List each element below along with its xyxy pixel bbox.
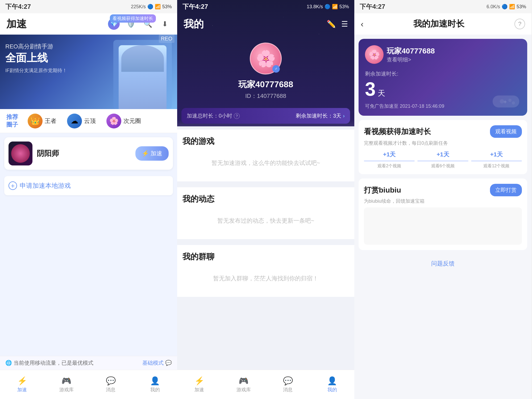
tab-ciyuan-label: 次元圈 — [123, 117, 141, 125]
detail-link[interactable]: 查看明细> — [387, 56, 435, 63]
banner: REO高分剧情手游 全面上线 IF剧情分支满足原作党期待！ REO — [0, 35, 177, 109]
task-label-3: 观看12个视频 — [483, 163, 509, 169]
speed-nav-label-2: 加速 — [194, 386, 204, 393]
speed-remain-label: 剩余加速时长：3天 — [296, 112, 341, 119]
speed-button[interactable]: ⚡ 加速 — [135, 146, 169, 161]
watch-desc: 完整观看视频才计数，每日0点刷新任务 — [364, 140, 522, 146]
battery-2: 53% — [339, 4, 349, 10]
gamelibrary-nav-icon: 🎮 — [61, 376, 71, 385]
panel-speed-duration: 下午4:27 6.0K/s 🔵 📶 53% ‹ 我的加速时长 ? 🌸 玩家407… — [354, 0, 531, 399]
panel1-title: 加速 — [6, 17, 27, 31]
user-card-name: 玩家40777688 — [387, 46, 435, 56]
game-card-yinyangshi: 阴阳师 ⚡ 加速 — [4, 137, 173, 170]
signal-icon-2: 📶 — [332, 4, 338, 10]
reward-button[interactable]: 立即打赏 — [490, 184, 522, 196]
user-card-name-group: 玩家40777688 查看明细> — [387, 46, 435, 63]
messages-nav-icon-2: 💬 — [283, 376, 293, 385]
speed-total-label: 加速总时长：0小时 — [187, 112, 232, 119]
nav2-gamelibrary[interactable]: 🎮 游戏库 — [222, 376, 266, 393]
remaining-unit: 天 — [378, 88, 385, 98]
anime-hair — [121, 45, 164, 72]
gender-badge: ♂ — [272, 65, 280, 73]
status-time-3: 下午4:27 — [360, 2, 385, 11]
nav-gamelibrary[interactable]: 🎮 游戏库 — [44, 376, 89, 393]
arrow-icon: › — [343, 113, 345, 119]
my-feed-empty: 暂无发布过的动态，快去更新一条吧~ — [182, 209, 349, 233]
panel3-scroll: 🌸 玩家40777688 查看明细> 剩余加速时长: 3 天 可免广告加速至 2… — [354, 35, 531, 399]
speed-info-bar[interactable]: 加速总时长：0小时 ? 剩余加速时长：3天 › — [181, 108, 350, 124]
my-groups-section: 我的群聊 暂无加入群聊，茫茫人海找到你的归宿！ — [177, 245, 354, 297]
watch-video-section: 看视频获得加速时长 观看视频 完整观看视频才计数，每日0点刷新任务 +1天 观看… — [359, 120, 527, 174]
gamelibrary-nav-icon-2: 🎮 — [239, 376, 248, 385]
apply-local-game[interactable]: ＋ 申请加速本地游戏 — [4, 176, 173, 195]
profile-section: 🌸 ♂ 玩家40777688 ID：140777688 — [177, 35, 354, 105]
help-button[interactable]: ? — [514, 19, 525, 29]
banner-sub: REO高分剧情手游 — [5, 43, 67, 51]
my-groups-title: 我的群聊 — [182, 251, 349, 262]
task-bar-3 — [471, 160, 522, 162]
status-time-2: 下午4:27 — [182, 2, 208, 11]
reward-section: 打赏biubiu 立即打赏 为biubiu续命，回馈加速宝箱 — [359, 178, 527, 250]
panel2-header-icons: ✏️ ☰ — [327, 20, 348, 28]
gamepad-icon — [490, 90, 522, 111]
ciyuan-icon: 🌸 — [106, 114, 121, 128]
nav2-messages[interactable]: 💬 消息 — [266, 376, 310, 393]
speed-indicator-3: 6.0K/s — [487, 4, 500, 10]
signal-icon-3: 📶 — [509, 4, 515, 10]
back-button[interactable]: ‹ — [361, 19, 364, 29]
panel-speed: 下午4:27 225K/s 🔵 📶 53% 加速 💎 🛡️ 🔍 ⬇ 看视频获得加… — [0, 0, 177, 399]
user-card-info: 🌸 玩家40777688 查看明细> — [365, 45, 444, 64]
menu-icon[interactable]: ☰ — [341, 20, 348, 28]
svg-point-2 — [508, 99, 512, 102]
watch-video-button[interactable]: 观看视频 — [490, 125, 522, 138]
tip-right[interactable]: 基础模式 💬 — [142, 359, 172, 367]
tab-yunding[interactable]: ☁ 云顶 — [64, 111, 99, 131]
speed-indicator-2: 13.8K/s — [307, 4, 323, 10]
battery-1: 53% — [162, 4, 172, 10]
watch-video-header: 看视频获得加速时长 观看视频 — [364, 125, 522, 138]
status-icons-2: 13.8K/s 🔵 📶 53% — [307, 4, 349, 10]
plus-icon: ＋ — [9, 181, 17, 190]
reward-area — [364, 207, 522, 245]
tab-wangzhe[interactable]: 👑 王者 — [24, 111, 60, 131]
messages-nav-icon: 💬 — [106, 376, 116, 385]
reward-desc: 为biubiu续命，回馈加速宝箱 — [364, 198, 522, 204]
video-task-12: +1天 观看12个视频 — [471, 151, 522, 169]
profile-nav-icon-2: 👤 — [327, 376, 337, 385]
nav-messages[interactable]: 💬 消息 — [89, 376, 133, 393]
messages-nav-label: 消息 — [106, 386, 115, 393]
bluetooth-icon-2: 🔵 — [325, 4, 330, 10]
tab-ciyuan[interactable]: 🌸 次元圈 — [103, 111, 144, 131]
bluetooth-icon-3: 🔵 — [502, 4, 508, 10]
status-icons-1: 225K/s 🔵 📶 53% — [131, 4, 172, 10]
svg-point-3 — [512, 101, 515, 105]
speed-nav-label: 加速 — [17, 386, 27, 393]
signal-icon: 📶 — [155, 4, 161, 10]
game-icon-yinyangshi — [9, 142, 32, 165]
tab-yunding-label: 云顶 — [84, 117, 96, 125]
recommend-tabs: 推荐圈子 👑 王者 ☁ 云顶 🌸 次元圈 — [0, 109, 177, 133]
nav2-speed[interactable]: ⚡ 加速 — [177, 376, 222, 393]
task-plus-1: +1天 — [383, 151, 396, 159]
bottom-nav-2: ⚡ 加速 🎮 游戏库 💬 消息 👤 我的 — [177, 370, 354, 399]
bottom-tip: 🌐 当前使用移动流量，已是最优模式 基础模式 💬 — [0, 356, 177, 370]
status-icons-3: 6.0K/s 🔵 📶 53% — [487, 4, 526, 10]
nav2-profile[interactable]: 👤 我的 — [310, 376, 355, 393]
game-icon-inner — [11, 144, 30, 163]
speed-nav-icon-2: ⚡ — [194, 376, 204, 385]
task-plus-3: +1天 — [490, 151, 503, 159]
bottom-nav-1: ⚡ 加速 🎮 游戏库 💬 消息 👤 我的 — [0, 370, 177, 399]
feedback-link[interactable]: 问题反馈 — [354, 254, 531, 273]
avatar: 🌸 ♂ — [250, 43, 282, 74]
edit-icon[interactable]: ✏️ — [327, 20, 336, 28]
apply-label: 申请加速本地游戏 — [20, 181, 71, 190]
question-icon: ? — [234, 113, 240, 119]
download-icon[interactable]: ⬇ — [159, 18, 171, 30]
nav-profile[interactable]: 👤 我的 — [133, 376, 177, 393]
task-label-1: 观看2个视频 — [377, 163, 401, 169]
speed-indicator-1: 225K/s — [131, 4, 146, 10]
task-bar-2 — [417, 160, 468, 162]
nav-speed[interactable]: ⚡ 加速 — [0, 376, 44, 393]
status-bar-3: 下午4:27 6.0K/s 🔵 📶 53% — [354, 0, 531, 13]
days-row: 3 天 — [365, 80, 444, 99]
